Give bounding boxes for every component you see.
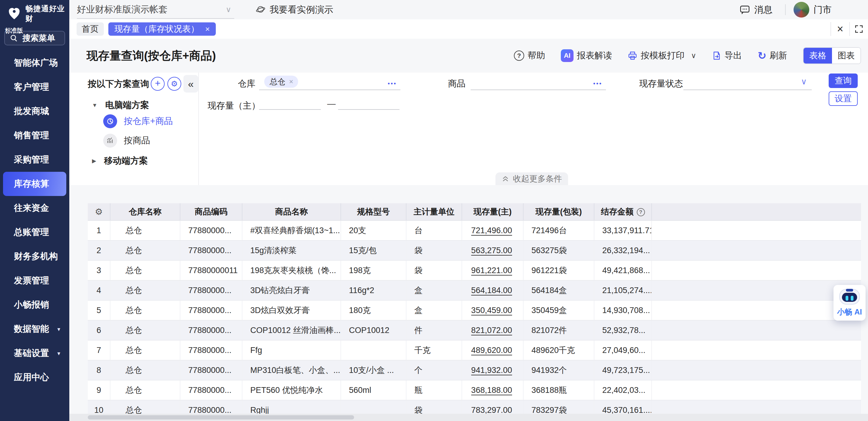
status-select[interactable]: ∨ [683,73,812,90]
help-icon[interactable]: ? [637,208,645,216]
collapse-panel-button[interactable]: « [183,75,198,93]
scheme-item-product[interactable]: 按商品 [103,134,150,148]
cell-qty-main[interactable]: 941,932.00 [462,360,523,380]
cell-qty-main[interactable]: 564,184.00 [462,280,523,300]
column-settings-gear-icon[interactable]: ⚙ [88,203,110,221]
column-header[interactable]: 商品名称 [242,203,341,221]
help-button[interactable]: ? 帮助 [514,50,545,62]
sidebar-item[interactable]: 数据智能▾ [0,317,69,341]
table-row[interactable]: 8总仓77880000...MP310白板笔、小盒、...10支/小盒 ...个… [88,360,861,380]
ai-assistant-button[interactable]: 小畅 AI [834,285,866,321]
column-header[interactable]: 结存金额? [594,203,652,221]
demo-link[interactable]: 我要看实例演示 [255,4,333,16]
cell-qty-main[interactable]: 821,072.00 [462,320,523,340]
sidebar-item[interactable]: 销售管理 [0,123,69,148]
sidebar-item[interactable]: 库存核算 [3,172,66,196]
scrollbar-thumb[interactable] [88,415,354,420]
warehouse-tag: 总仓 × [264,75,298,88]
cell-qty-main[interactable]: 368,188.00 [462,380,523,400]
table-row[interactable]: 6总仓77880000...COP10012 丝滑油画棒...COP10012件… [88,320,861,340]
qty-max-input[interactable] [338,95,400,110]
table-row[interactable]: 9总仓77880000...PET560 优悦纯净水560ml瓶368,188.… [88,380,861,400]
qty-main-link[interactable]: 350,459.00 [471,306,512,315]
sidebar-item[interactable]: 采购管理 [0,148,69,172]
export-button[interactable]: 导出 [712,50,742,62]
warehouse-picker-dots-icon[interactable]: ••• [388,80,397,87]
qty-main-link[interactable]: 961,221.00 [471,266,512,275]
qty-main-link[interactable]: 941,932.00 [471,366,512,375]
page-title: 现存量查询(按仓库+商品) [87,48,216,64]
view-chart-option[interactable]: 图表 [832,48,861,64]
tree-expanded-icon[interactable]: ▼ [92,102,97,108]
column-header[interactable]: 仓库名称 [110,203,180,221]
search-menu-input[interactable]: 搜索菜单 [4,31,65,45]
cell-qty-main[interactable]: 563,275.00 [462,240,523,260]
product-input[interactable]: ••• [471,73,606,90]
sidebar-item[interactable]: 发票管理 [0,268,69,293]
view-table-option[interactable]: 表格 [804,48,832,64]
sidebar-item[interactable]: 批发商城 [0,99,69,123]
add-scheme-button[interactable]: + [151,77,165,91]
column-header[interactable]: 现存量(包装) [523,203,594,221]
cell-no: 2 [88,240,110,260]
query-button[interactable]: 查询 [829,73,858,88]
close-icon[interactable]: × [205,25,210,34]
column-header[interactable]: 规格型号 [341,203,406,221]
scheme-item-warehouse-product[interactable]: 按仓库+商品 [103,114,173,128]
qty-main-link[interactable]: 721,496.00 [471,226,512,235]
refresh-button[interactable]: ↻ 刷新 [758,50,787,62]
column-header[interactable]: 现存量(主) [462,203,523,221]
tree-collapsed-icon[interactable]: ▶ [92,158,96,164]
table-row[interactable]: 2总仓77880000...15g清淡榨菜15克/包袋563,275.00563… [88,240,861,260]
sidebar-item[interactable]: 往来资金 [0,196,69,220]
scheme-group-mobile[interactable]: ▶ 移动端方案 [92,155,148,167]
sidebar-item[interactable]: 基础设置▾ [0,341,69,365]
table-row[interactable]: 3总仓77880000011198克灰枣夹核桃（馋...198克袋961,221… [88,260,861,280]
cell-name: 3D炫白双效牙膏 [242,300,341,320]
scheme-settings-button[interactable]: ⚙ [167,77,181,91]
product-picker-dots-icon[interactable]: ••• [593,80,602,87]
cell-qty-main[interactable]: 721,496.00 [462,221,523,240]
cell-qty-main[interactable]: 489,620.00 [462,340,523,360]
sidebar-item[interactable]: 客户管理 [0,75,69,99]
cell-qty-main[interactable]: 961,221.00 [462,260,523,280]
scheme-group-pc[interactable]: ▼ 电脑端方案 [92,99,149,111]
sidebar-item[interactable]: 总账管理 [0,220,69,245]
fullscreen-icon[interactable] [849,22,868,36]
table-row[interactable]: 7总仓77880000...Ffg千克489,620.00489620千克27,… [88,340,861,360]
qty-main-link[interactable]: 564,184.00 [471,286,512,295]
qty-main-link[interactable]: 489,620.00 [471,346,512,355]
column-header[interactable]: 主计量单位 [406,203,462,221]
settings-button[interactable]: 设置 [829,91,858,106]
cell-qty-main[interactable]: 350,459.00 [462,300,523,320]
close-all-tabs-button[interactable]: × [831,22,849,36]
table-row[interactable]: 5总仓77880000...3D炫白双效牙膏180克盒350,459.00350… [88,300,861,320]
remove-tag-icon[interactable]: × [289,77,293,86]
sidebar-item[interactable]: 财务多机构 [0,245,69,268]
qty-min-input[interactable] [259,95,321,110]
sidebar-item[interactable]: 应用中心 [0,365,69,390]
messages-button[interactable]: 消息 [739,4,772,16]
sidebar-item[interactable]: 智能体广场 [0,51,69,75]
print-by-template-button[interactable]: 按模板打印 ∨ [628,50,696,62]
table-row[interactable]: 4总仓77880000...3D钻亮炫白牙膏116g*2盒564,184.005… [88,280,861,300]
warehouse-input[interactable]: 总仓 × ••• [259,73,400,90]
user-avatar[interactable] [794,2,809,18]
sidebar-item[interactable]: 小畅报销 [0,293,69,317]
table-row[interactable]: 1总仓77880000...#双喜经典醇香烟(13~1....20支台721,4… [88,221,861,240]
horizontal-scrollbar[interactable] [69,414,868,421]
report-interpret-button[interactable]: AI 报表解读 [561,49,612,62]
qty-main-link[interactable]: 368,188.00 [471,386,512,395]
collapse-more-button[interactable]: 收起更多条件 [495,172,568,185]
tab-home[interactable]: 首页 [76,22,104,36]
chevron-down-icon[interactable]: ∨ [691,52,696,60]
account-dropdown[interactable]: 好业财标准版演示帐套 ∨ [77,1,234,19]
qty-main-link[interactable]: 821,072.00 [471,326,512,335]
column-header[interactable]: 商品编码 [180,203,242,221]
cell-unit: 瓶 [406,380,462,400]
chevron-down-icon[interactable]: ∨ [801,77,807,87]
user-name[interactable]: 门市 [813,4,832,16]
qty-main-link[interactable]: 563,275.00 [471,246,512,255]
qty-main-link[interactable]: 783,297.00 [471,406,512,415]
tab-current-inventory[interactable]: 现存量（库存状况表） × [108,22,216,36]
